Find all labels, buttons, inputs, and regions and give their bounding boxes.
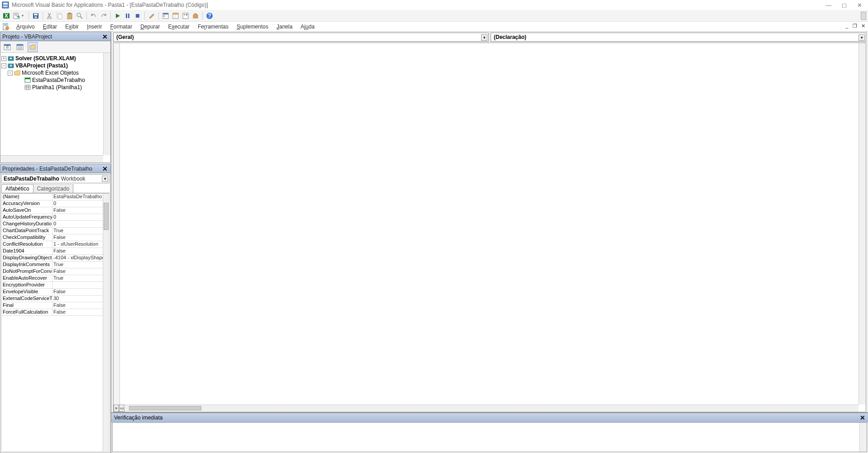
properties-header[interactable]: Propriedades - EstaPastaDeTrabalho ✕ bbox=[0, 164, 110, 173]
property-value[interactable]: True bbox=[52, 262, 103, 268]
properties-close-icon[interactable]: ✕ bbox=[101, 165, 109, 172]
property-row[interactable]: DoNotPromptForConvertFalse bbox=[2, 268, 103, 275]
property-value[interactable]: False bbox=[52, 309, 103, 315]
properties-scrollbar[interactable] bbox=[103, 194, 109, 451]
tab-alphabetic[interactable]: Alfabético bbox=[1, 184, 33, 193]
menu-depurar[interactable]: Depurar bbox=[137, 23, 163, 31]
property-row[interactable]: EnableAutoRecoverTrue bbox=[2, 275, 103, 282]
dropdown-icon[interactable]: ▾ bbox=[481, 34, 487, 41]
property-value[interactable]: False bbox=[52, 268, 103, 275]
menu-ferramentas[interactable]: Ferramentas bbox=[194, 23, 232, 31]
tab-categorized[interactable]: Categorizado bbox=[33, 184, 73, 193]
toolbox-icon[interactable] bbox=[191, 11, 200, 20]
code-editor[interactable]: ≡ ▭ bbox=[113, 43, 866, 412]
insert-module-icon[interactable] bbox=[12, 11, 21, 20]
help-icon[interactable]: ? bbox=[205, 11, 214, 20]
procedure-combo[interactable]: (Declaração) ▾ bbox=[491, 33, 866, 42]
object-selector[interactable]: EstaPastaDeTrabalho Workbook ▾ bbox=[1, 174, 110, 183]
property-value[interactable]: EstaPastaDeTrabalho bbox=[52, 194, 103, 200]
object-browser-icon[interactable] bbox=[181, 11, 190, 20]
property-row[interactable]: AutoSaveOnFalse bbox=[2, 207, 103, 214]
property-value[interactable]: False bbox=[52, 248, 103, 254]
menu-arquivo[interactable]: Arquivo bbox=[13, 23, 38, 31]
dropdown-icon[interactable]: ▾ bbox=[858, 34, 865, 41]
close-button[interactable]: ✕ bbox=[856, 2, 863, 8]
toolbar-overflow-icon[interactable] bbox=[861, 12, 866, 20]
property-value[interactable]: False bbox=[52, 302, 103, 309]
menu-editar[interactable]: Editar bbox=[39, 23, 61, 31]
collapse-icon[interactable]: − bbox=[1, 63, 6, 68]
copy-icon[interactable] bbox=[55, 11, 64, 20]
mdi-close-button[interactable]: ✕ bbox=[860, 23, 866, 29]
property-row[interactable]: AccuracyVersion0 bbox=[2, 200, 103, 207]
tree-node-sheet1[interactable]: Planilha1 (Planilha1) bbox=[24, 84, 110, 91]
property-row[interactable]: DisplayDrawingObjects-4104 - xlDisplaySh… bbox=[2, 255, 103, 262]
property-row[interactable]: ForceFullCalculationFalse bbox=[2, 309, 103, 316]
property-value[interactable]: False bbox=[52, 207, 103, 214]
property-value[interactable]: 0 bbox=[52, 221, 103, 227]
property-row[interactable]: CheckCompatibilityFalse bbox=[2, 234, 103, 241]
project-explorer-header[interactable]: Projeto - VBAProject ✕ bbox=[0, 32, 110, 41]
expand-icon[interactable]: + bbox=[1, 56, 6, 61]
redo-icon[interactable] bbox=[99, 11, 108, 20]
paste-icon[interactable] bbox=[65, 11, 74, 20]
procedure-view-icon[interactable]: ≡ bbox=[114, 405, 119, 412]
tree-vertical-scrollbar[interactable] bbox=[103, 53, 110, 155]
property-row[interactable]: ChangeHistoryDuration0 bbox=[2, 221, 103, 228]
property-value[interactable]: 30 bbox=[52, 296, 103, 302]
view-object-icon[interactable] bbox=[15, 42, 25, 52]
object-combo[interactable]: (Geral) ▾ bbox=[113, 33, 489, 42]
tree-horizontal-scrollbar[interactable] bbox=[0, 155, 103, 162]
property-row[interactable]: ConflictResolution1 - xlUserResolution bbox=[2, 241, 103, 248]
reset-icon[interactable] bbox=[133, 11, 142, 20]
project-explorer-close-icon[interactable]: ✕ bbox=[101, 33, 109, 40]
minimize-button[interactable]: — bbox=[825, 2, 832, 8]
menu-formatar[interactable]: Formatar bbox=[106, 23, 136, 31]
collapse-icon[interactable]: − bbox=[8, 71, 13, 76]
property-row[interactable]: AutoUpdateFrequency0 bbox=[2, 214, 103, 221]
immediate-header[interactable]: Verificação imediata ✕ bbox=[111, 413, 868, 422]
property-value[interactable]: -4104 - xlDisplayShape bbox=[52, 255, 103, 261]
code-horizontal-scrollbar[interactable] bbox=[124, 405, 858, 412]
project-explorer-icon[interactable] bbox=[161, 11, 170, 20]
maximize-button[interactable]: ◻ bbox=[841, 2, 847, 8]
menu-suplementos[interactable]: Suplementos bbox=[233, 23, 272, 31]
property-row[interactable]: Date1904False bbox=[2, 248, 103, 255]
view-excel-icon[interactable]: X bbox=[2, 11, 11, 20]
project-tree[interactable]: + Solver (SOLVER.XLAM) − VBAProject (Pas… bbox=[0, 53, 110, 162]
properties-grid[interactable]: (Name)EstaPastaDeTrabalhoAccuracyVersion… bbox=[1, 193, 110, 452]
tree-node-solver[interactable]: + Solver (SOLVER.XLAM) bbox=[1, 55, 110, 62]
menu-exibir[interactable]: Exibir bbox=[62, 23, 82, 31]
run-icon[interactable] bbox=[113, 11, 122, 20]
mdi-restore-button[interactable]: ❐ bbox=[852, 23, 858, 29]
property-value[interactable]: True bbox=[52, 228, 103, 234]
menu-inserir[interactable]: Inserir bbox=[83, 23, 105, 31]
find-icon[interactable] bbox=[75, 11, 84, 20]
property-value[interactable]: False bbox=[52, 289, 103, 295]
immediate-close-icon[interactable]: ✕ bbox=[860, 414, 865, 421]
property-row[interactable]: ExternalCodeServiceTim30 bbox=[2, 296, 103, 302]
toggle-folders-icon[interactable] bbox=[28, 42, 38, 52]
menu-janela[interactable]: Janela bbox=[273, 23, 296, 31]
property-row[interactable]: FinalFalse bbox=[2, 302, 103, 309]
property-value[interactable]: False bbox=[52, 234, 103, 241]
immediate-scrollbar[interactable] bbox=[859, 423, 867, 452]
properties-window-icon[interactable] bbox=[171, 11, 180, 20]
property-value[interactable]: 0 bbox=[52, 214, 103, 220]
property-value[interactable]: True bbox=[52, 275, 103, 281]
property-row[interactable]: EnvelopeVisibleFalse bbox=[2, 289, 103, 296]
dropdown-icon[interactable]: ▾ bbox=[102, 176, 108, 182]
break-icon[interactable] bbox=[123, 11, 132, 20]
property-row[interactable]: ChartDataPointTrackTrue bbox=[2, 228, 103, 234]
mdi-minimize-button[interactable]: _ bbox=[844, 23, 850, 29]
menu-executar[interactable]: Executar bbox=[165, 23, 193, 31]
property-value[interactable]: 1 - xlUserResolution bbox=[52, 241, 103, 248]
view-code-icon[interactable]: ≡ bbox=[2, 42, 12, 52]
save-icon[interactable] bbox=[31, 11, 40, 20]
menu-ajuda[interactable]: Ajuda bbox=[297, 23, 318, 31]
cut-icon[interactable] bbox=[45, 11, 54, 20]
property-row[interactable]: (Name)EstaPastaDeTrabalho bbox=[2, 194, 103, 200]
property-row[interactable]: EncryptionProvider bbox=[2, 282, 103, 289]
tree-node-vbaproject[interactable]: − VBAProject (Pasta1) bbox=[1, 62, 110, 69]
property-value[interactable] bbox=[52, 282, 103, 288]
